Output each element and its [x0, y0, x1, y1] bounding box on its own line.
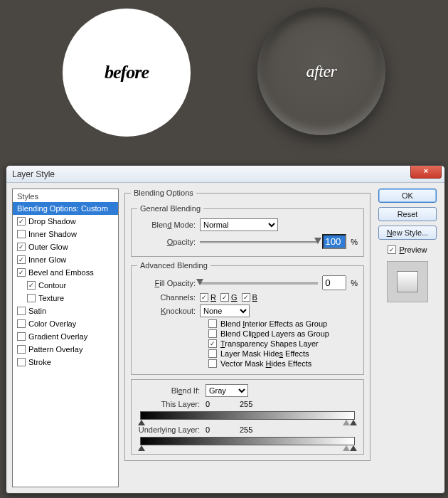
checkbox[interactable]	[17, 345, 26, 354]
pct-label: %	[351, 279, 358, 287]
layer-mask-hides-checkbox[interactable]	[208, 349, 217, 358]
slider-thumb[interactable]	[314, 238, 321, 244]
styles-item-drop-shadow[interactable]: Drop Shadow	[13, 215, 118, 228]
underlying-min: 0	[206, 425, 234, 434]
checkbox[interactable]	[27, 281, 36, 290]
styles-item-label: Outer Glow	[28, 243, 68, 251]
general-blending-legend: General Blending	[137, 204, 203, 213]
channel-r-checkbox[interactable]	[200, 293, 208, 302]
blend-if-group: Blend If: Gray This Layer: 0 255 Un	[131, 379, 364, 455]
before-circle: before	[63, 9, 191, 137]
checkbox[interactable]	[17, 268, 26, 277]
styles-item-texture[interactable]: Texture	[13, 292, 118, 304]
styles-item-label: Gradient Overlay	[28, 332, 87, 341]
checkbox[interactable]	[17, 332, 26, 341]
channel-r-label: R	[210, 293, 216, 302]
blending-options-group: Blending Options General Blending Blend …	[124, 189, 370, 461]
blend-clipped-label: Blend Clipped Layers as Group	[220, 329, 329, 338]
this-layer-min: 0	[206, 400, 234, 408]
blend-stop[interactable]	[343, 445, 350, 451]
styles-header[interactable]: Styles	[13, 189, 118, 202]
layer-style-dialog: Layer Style × Styles Blending Options: C…	[6, 165, 445, 494]
blend-stop[interactable]	[350, 420, 357, 425]
blend-stop[interactable]	[350, 445, 357, 451]
preview-swatch-frame	[387, 261, 428, 302]
close-button[interactable]: ×	[410, 166, 442, 179]
blend-mode-label: Blend Mode:	[137, 221, 196, 229]
pct-label: %	[351, 238, 358, 246]
channel-b-label: B	[252, 293, 257, 302]
opacity-input[interactable]	[322, 234, 346, 249]
styles-item-outer-glow[interactable]: Outer Glow	[13, 240, 118, 253]
fill-opacity-slider[interactable]	[200, 278, 318, 288]
blend-stop[interactable]	[138, 420, 145, 425]
styles-item-label: Bevel and Emboss	[28, 268, 94, 277]
slider-thumb[interactable]	[196, 279, 203, 285]
channel-g-checkbox[interactable]	[220, 293, 229, 302]
styles-item-stroke[interactable]: Stroke	[13, 356, 118, 369]
styles-panel: Styles Blending Options: Custom Drop Sha…	[12, 189, 119, 487]
styles-item-gradient-overlay[interactable]: Gradient Overlay	[13, 330, 118, 343]
blend-interior-label: Blend Interior Effects as Group	[220, 319, 327, 328]
checkbox[interactable]	[17, 230, 26, 238]
styles-item-color-overlay[interactable]: Color Overlay	[13, 317, 118, 330]
styles-item-label: Blending Options: Custom	[17, 204, 108, 213]
checkbox[interactable]	[27, 294, 36, 302]
titlebar[interactable]: Layer Style ×	[6, 166, 444, 183]
blend-mode-select[interactable]: Normal	[200, 218, 278, 231]
styles-item-label: Color Overlay	[28, 319, 76, 328]
blend-if-label: Blend If:	[136, 386, 200, 395]
checkbox[interactable]	[17, 307, 26, 315]
checkbox[interactable]	[17, 255, 26, 264]
advanced-blending-legend: Advanced Blending	[137, 261, 210, 270]
styles-item-pattern-overlay[interactable]: Pattern Overlay	[13, 343, 118, 356]
new-style-button[interactable]: New Style...	[378, 226, 437, 240]
styles-item-label: Stroke	[28, 358, 51, 366]
underlying-max: 255	[240, 425, 252, 434]
knockout-label: Knockout:	[137, 307, 196, 315]
styles-item-label: Satin	[28, 307, 46, 315]
this-layer-label: This Layer:	[136, 400, 200, 408]
checkbox[interactable]	[17, 358, 26, 366]
transparency-shapes-label: Transparency Shapes Layer	[220, 339, 319, 348]
channel-b-checkbox[interactable]	[242, 293, 250, 302]
opacity-slider[interactable]	[200, 237, 318, 247]
after-circle: after	[257, 7, 385, 135]
blend-clipped-checkbox[interactable]	[208, 329, 217, 338]
after-label: after	[306, 62, 337, 81]
before-label: before	[105, 62, 149, 83]
this-layer-track[interactable]	[140, 411, 355, 420]
styles-item-label: Inner Shadow	[28, 230, 77, 238]
blend-stop[interactable]	[343, 420, 350, 425]
this-layer-max: 255	[240, 400, 252, 408]
preview-checkbox[interactable]	[388, 245, 396, 254]
styles-item-inner-shadow[interactable]: Inner Shadow	[13, 228, 118, 240]
transparency-shapes-checkbox[interactable]	[208, 339, 217, 348]
underlying-label: Underlying Layer:	[136, 425, 200, 434]
styles-item-inner-glow[interactable]: Inner Glow	[13, 253, 118, 266]
styles-item-label: Inner Glow	[28, 255, 66, 264]
checkbox[interactable]	[17, 243, 26, 251]
styles-item-label: Pattern Overlay	[28, 345, 82, 354]
styles-item-label: Texture	[38, 294, 64, 302]
styles-item-bevel-emboss[interactable]: Bevel and Emboss	[13, 266, 118, 279]
preview-swatch	[397, 271, 418, 292]
checkbox[interactable]	[17, 319, 26, 328]
knockout-select[interactable]: None	[200, 304, 250, 317]
styles-item-blending-options[interactable]: Blending Options: Custom	[13, 202, 118, 215]
styles-item-contour[interactable]: Contour	[13, 279, 118, 292]
underlying-track[interactable]	[140, 437, 355, 445]
reset-button[interactable]: Reset	[378, 207, 437, 221]
ok-button[interactable]: OK	[378, 189, 437, 203]
styles-item-label: Contour	[38, 281, 66, 290]
fill-opacity-input[interactable]	[322, 275, 346, 290]
blend-interior-checkbox[interactable]	[208, 319, 217, 328]
styles-item-satin[interactable]: Satin	[13, 304, 118, 317]
preview-label: Preview	[399, 245, 427, 254]
blend-stop[interactable]	[138, 445, 145, 451]
blend-if-select[interactable]: Gray	[206, 384, 248, 397]
checkbox[interactable]	[17, 217, 26, 226]
opacity-label: Opacity:	[137, 238, 196, 246]
layer-mask-hides-label: Layer Mask Hides Effects	[220, 349, 309, 358]
vector-mask-hides-checkbox[interactable]	[208, 359, 217, 368]
